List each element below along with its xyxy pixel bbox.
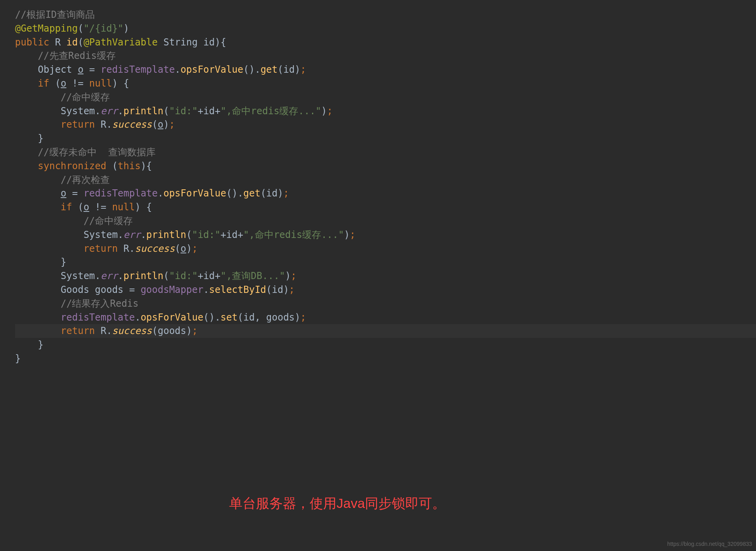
code-line: System.err.println("id:"+id+",命中redis缓存.… [15, 104, 756, 118]
code-line: System.err.println("id:"+id+",查询DB..."); [15, 269, 756, 283]
code-line: public R id(@PathVariable String id){ [15, 36, 756, 49]
code-line: //再次检查 [15, 173, 756, 187]
code-line: } [15, 352, 756, 366]
watermark: https://blog.csdn.net/qq_32099833 [667, 540, 752, 548]
code-line: } [15, 338, 756, 352]
code-line: //命中缓存 [15, 214, 756, 228]
code-line-highlighted: return R.success(goods); [15, 324, 756, 338]
comment: //根据ID查询商品 [15, 9, 95, 20]
code-editor[interactable]: //根据ID查询商品 @GetMapping("/{id}") public R… [0, 0, 756, 366]
string: "/{id}" [83, 23, 123, 34]
code-line: //先查Redis缓存 [15, 49, 756, 63]
code-line: redisTemplate.opsForValue().set(id, good… [15, 311, 756, 325]
code-line: //命中缓存 [15, 91, 756, 104]
code-line: o = redisTemplate.opsForValue().get(id); [15, 187, 756, 200]
code-line: Goods goods = goodsMapper.selectById(id)… [15, 283, 756, 297]
code-line: //结果存入Redis [15, 297, 756, 311]
code-line: if (o != null) { [15, 77, 756, 91]
code-line: } [15, 255, 756, 269]
code-line: Object o = redisTemplate.opsForValue().g… [15, 63, 756, 77]
annotation: @GetMapping [15, 23, 78, 34]
annotation-text: 单台服务器，使用Java同步锁即可。 [229, 494, 446, 513]
code-line: //缓存未命中 查询数据库 [15, 145, 756, 159]
code-line: @GetMapping("/{id}") [15, 22, 756, 36]
code-line: System.err.println("id:"+id+",命中redis缓存.… [15, 228, 756, 242]
code-line: return R.success(o); [15, 242, 756, 256]
code-line: //根据ID查询商品 [15, 8, 756, 22]
code-line: if (o != null) { [15, 200, 756, 214]
code-line: return R.success(o); [15, 118, 756, 132]
code-line: } [15, 132, 756, 145]
code-line: synchronized (this){ [15, 159, 756, 173]
